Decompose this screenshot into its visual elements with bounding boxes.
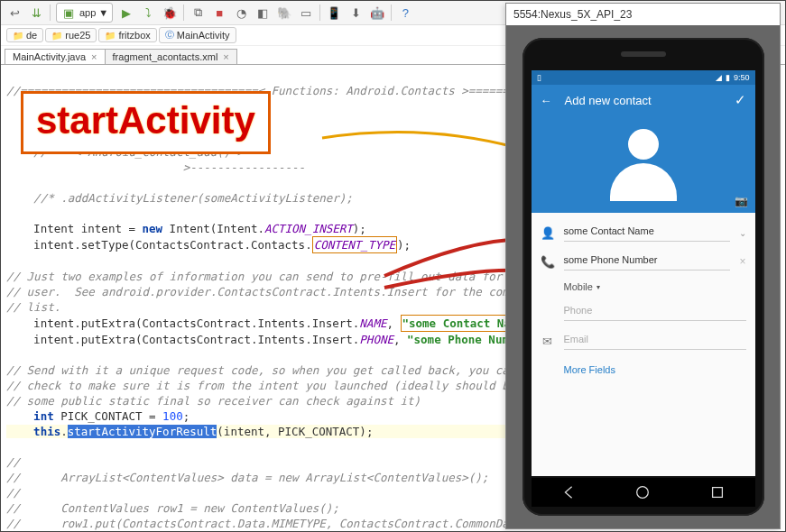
code-text: ); [353,222,366,235]
input-phone2-placeholder: Phone [564,305,593,316]
crumb-rue25[interactable]: 📁rue25 [45,28,97,42]
code-comment: // row1.put(ContactsContract.Data.MIMETY… [6,517,550,530]
tab-fragment-acontacts-xml[interactable]: fragment_acontacts.xml× [105,49,237,64]
crumb-label: rue25 [65,30,90,41]
close-icon[interactable]: × [91,51,97,62]
help-icon[interactable]: ? [397,5,413,21]
folder-icon: 📁 [105,31,116,41]
chevron-down-icon: ▾ [596,283,600,291]
input-phone2[interactable]: Phone [564,303,746,321]
android-icon: ▣ [60,5,77,21]
emulator-title: 5554:Nexus_5X_API_23 [513,8,632,21]
sync-icon[interactable]: ⇊ [28,5,44,21]
attach-debugger-icon[interactable]: ⧉ [190,5,206,21]
code-const: ACTION_INSERT [264,222,353,235]
nav-home[interactable] [634,484,651,500]
nav-back[interactable] [560,484,577,500]
stop-icon[interactable]: ■ [211,5,227,21]
crumb-fritzbox[interactable]: 📁fritzbox [98,28,156,42]
tab-label: fragment_acontacts.xml [113,51,218,62]
crumb-label: MainActivity [177,30,230,41]
person-icon: 👤 [541,226,555,240]
debug-icon[interactable]: 🐞 [162,5,178,21]
build-icon[interactable]: 🐘 [276,5,292,21]
contact-hero[interactable]: 📷 [532,115,755,213]
app-bar: ← Add new contact ✓ [532,85,755,115]
module-combo-label: app [79,7,96,18]
code-comment: // Send with it a unique request code, s… [6,363,515,377]
code-text: ); [397,238,411,252]
code-comment: // [6,486,20,500]
separator [391,5,392,21]
clear-icon[interactable]: × [739,255,745,268]
crumb-label: de [26,30,37,41]
code-text: ; [183,409,190,423]
phone-screen[interactable]: ▯ ◢ ▮ 9:50 ← Add new contact ✓ [532,70,755,476]
code-text: intent.putExtra(ContactsContract.Intents… [6,333,359,346]
camera-icon[interactable]: 📷 [735,195,748,207]
sim-icon: ▯ [537,73,541,82]
profile-icon[interactable]: ◔ [233,5,249,21]
code-comment: // some public static final so receiver … [6,394,421,408]
overlay-startactivity: startActivity [21,91,271,154]
input-phone[interactable]: some Phone Number [564,252,731,271]
code-text: intent.setType(ContactsContract.Contacts… [6,238,312,252]
code-text: . [60,425,68,438]
svg-rect-1 [713,488,723,498]
class-icon: Ⓒ [165,29,174,41]
code-text [6,425,33,438]
input-phone-value: some Phone Number [564,254,658,265]
back-icon[interactable]: ← [541,94,552,107]
code-text: , [386,316,400,330]
run-icon[interactable]: ▶ [118,5,134,21]
code-number: 100 [162,409,183,423]
module-combo[interactable]: ▣ app ▼ [56,3,113,23]
crumb-de[interactable]: 📁de [6,28,43,42]
avd-manager-icon[interactable]: ▭ [298,5,314,21]
layout-inspector-icon[interactable]: ◧ [254,5,271,21]
code-kw: this [33,425,60,438]
row-email: ✉ Email [541,326,746,355]
close-icon[interactable]: × [223,51,228,62]
separator [183,5,184,21]
input-email-placeholder: Email [564,334,589,344]
emulator-title-bar[interactable]: 5554:Nexus_5X_API_23 [506,4,780,26]
code-text: Intent intent = [6,222,143,235]
input-name-value: some Contact Name [564,225,654,236]
code-const: PHONE [359,333,393,346]
code-const: CONTENT_TYPE [314,238,395,252]
android-robot-icon[interactable]: 🤖 [369,5,385,21]
sdk-manager-icon[interactable]: ⬇ [347,5,364,21]
folder-icon: 📁 [13,31,23,41]
nav-recent[interactable] [709,484,726,500]
code-text: PICK_CONTACT = [54,409,162,423]
phone-frame: ▯ ◢ ▮ 9:50 ← Add new contact ✓ [522,38,764,516]
row-name: 👤 some Contact Name ⌄ [541,218,746,247]
code-kw: int [33,409,54,423]
tab-mainactivity-java[interactable]: MainActivity.java× [5,49,106,64]
code-const: NAME [359,316,386,330]
save-check-icon[interactable]: ✓ [735,92,746,108]
code-comment: // Just two examples of information you … [6,270,529,283]
code-comment: >----------------- [6,161,305,174]
avd-icon[interactable]: 📱 [326,5,342,21]
run-prev-icon[interactable]: ↩ [6,5,23,21]
highlight-content-type: CONTENT_TYPE [312,236,397,253]
phone-type-select[interactable]: Mobile▾ [564,281,600,292]
code-kw: new [143,222,163,235]
more-fields-link[interactable]: More Fields [541,355,746,379]
input-email[interactable]: Email [564,332,746,350]
email-icon: ✉ [541,335,555,348]
emulator-window: 5554:Nexus_5X_API_23 ▯ ◢ ▮ 9:50 ← Add ne… [505,3,781,529]
wifi-icon: ◢ [716,73,722,82]
code-comment: // user. See android.provider.ContactsCo… [6,285,543,298]
crumb-mainactivity[interactable]: ⒸMainActivity [159,27,236,43]
tab-label: MainActivity.java [13,51,86,62]
nav-bar [532,478,755,507]
debug-run-icon[interactable]: ⤵ [140,5,156,21]
code-comment: // list. [6,300,60,314]
input-name[interactable]: some Contact Name [564,224,730,242]
row-phone2: Phone [541,298,746,326]
chevron-down-icon[interactable]: ⌄ [739,228,746,238]
code-comment: // ArrayList<ContentValues> data = new A… [6,471,488,484]
